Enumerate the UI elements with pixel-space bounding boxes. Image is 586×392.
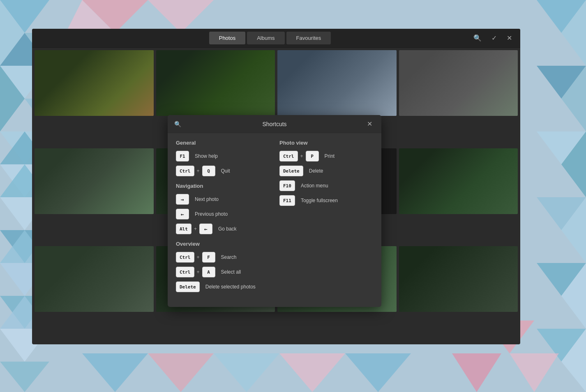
shortcut-label: Next photo (195, 196, 219, 202)
shortcut-label: Search (221, 254, 237, 260)
key-ctrl-2: Ctrl (176, 252, 194, 263)
section-overview: Overview Ctrl + F Search Ctrl + A Select… (176, 241, 270, 292)
modal-search-icon: 🔍 (174, 121, 181, 127)
section-navigation: Navigation → Next photo ← Previous photo… (176, 183, 270, 234)
section-general: General F1 Show help Ctrl + Q Quit (176, 140, 270, 176)
shortcuts-modal: 🔍 Shortcuts ✕ General F1 Show help Ctrl … (168, 115, 381, 307)
svg-marker-38 (82, 353, 148, 392)
shortcut-label: Toggle fullscreen (301, 198, 338, 203)
shortcut-row: F10 Action menu (279, 180, 373, 191)
section-navigation-title: Navigation (176, 183, 270, 189)
toolbar-actions: 🔍 ✓ ✕ (470, 32, 515, 44)
shortcut-label: Action menu (301, 183, 328, 189)
key-delete-2: Delete (176, 281, 200, 292)
close-button[interactable]: ✕ (503, 32, 515, 44)
tab-albums[interactable]: Albums (247, 32, 284, 44)
photo-cell[interactable] (156, 50, 275, 116)
modal-close-button[interactable]: ✕ (365, 119, 375, 129)
shortcut-row: Ctrl + A Select all (176, 267, 270, 277)
svg-marker-20 (148, 0, 214, 33)
plus-sign: + (194, 226, 197, 232)
section-photo-view: Photo view Ctrl + P Print Delete Delete … (279, 140, 373, 206)
top-bar: Photos Albums Favourites 🔍 ✓ ✕ (32, 29, 520, 48)
svg-marker-42 (345, 353, 411, 392)
photo-cell[interactable] (35, 246, 154, 312)
key-f1: F1 (176, 151, 189, 161)
key-arrow-left: ← (176, 209, 189, 219)
key-a: A (202, 267, 215, 277)
check-button[interactable]: ✓ (488, 32, 500, 44)
tab-bar: Photos Albums Favourites (208, 32, 332, 44)
plus-sign: + (300, 153, 303, 159)
modal-body: General F1 Show help Ctrl + Q Quit Navig… (168, 133, 381, 307)
section-general-title: General (176, 140, 270, 146)
shortcut-row: Ctrl + F Search (176, 252, 270, 263)
shortcut-row: ← Previous photo (176, 209, 270, 219)
svg-marker-36 (510, 353, 559, 392)
plus-sign: + (197, 168, 200, 174)
modal-right-column: Photo view Ctrl + P Print Delete Delete … (279, 140, 373, 299)
shortcut-row: F11 Toggle fullscreen (279, 195, 373, 206)
section-photo-view-title: Photo view (279, 140, 373, 146)
svg-marker-39 (148, 353, 214, 392)
shortcut-row: Delete Delete (279, 166, 373, 176)
shortcut-label: Previous photo (195, 211, 228, 217)
key-f11: F11 (279, 195, 295, 206)
photo-cell[interactable] (399, 50, 518, 116)
shortcut-label: Quit (221, 168, 230, 174)
photo-cell[interactable] (277, 50, 397, 116)
plus-sign: + (197, 269, 200, 275)
search-button[interactable]: 🔍 (470, 32, 485, 44)
shortcut-label: Delete selected photos (205, 284, 256, 290)
key-ctrl-3: Ctrl (176, 267, 194, 277)
app-window: Photos Albums Favourites 🔍 ✓ ✕ 🔍 Shortcu… (32, 29, 520, 344)
shortcut-label: Go back (218, 226, 237, 232)
tab-favourites[interactable]: Favourites (286, 32, 331, 44)
shortcut-label: Delete (309, 168, 323, 174)
plus-sign: + (197, 254, 200, 260)
photo-cell[interactable] (399, 148, 518, 214)
svg-marker-37 (452, 353, 501, 392)
photo-cell[interactable] (399, 246, 518, 312)
shortcut-label: Show help (195, 153, 218, 159)
key-ctrl: Ctrl (176, 166, 194, 176)
key-ctrl-4: Ctrl (279, 151, 298, 161)
modal-header: 🔍 Shortcuts ✕ (168, 115, 381, 133)
key-f10: F10 (279, 180, 295, 191)
shortcut-row: Delete Delete selected photos (176, 281, 270, 292)
tab-photos[interactable]: Photos (209, 32, 245, 44)
shortcut-row: Ctrl + P Print (279, 151, 373, 161)
key-delete: Delete (279, 166, 303, 176)
shortcut-row: → Next photo (176, 194, 270, 205)
key-q: Q (202, 166, 215, 176)
photo-cell[interactable] (35, 50, 154, 116)
key-p: P (306, 151, 319, 161)
svg-marker-18 (0, 362, 49, 392)
shortcut-label: Print (325, 153, 335, 159)
shortcut-row: Ctrl + Q Quit (176, 166, 270, 176)
key-alt: Alt (176, 224, 191, 234)
key-f: F (202, 252, 215, 263)
section-overview-title: Overview (176, 241, 270, 247)
modal-left-column: General F1 Show help Ctrl + Q Quit Navig… (176, 140, 270, 299)
key-arrow-right: → (176, 194, 189, 205)
svg-marker-41 (279, 353, 345, 392)
modal-title: Shortcuts (185, 121, 365, 127)
shortcut-label: Select all (221, 269, 241, 275)
photo-cell[interactable] (35, 148, 154, 214)
key-arrow-left-2: ← (199, 224, 212, 234)
svg-marker-40 (214, 353, 279, 392)
shortcut-row: F1 Show help (176, 151, 270, 161)
shortcut-row: Alt + ← Go back (176, 224, 270, 234)
